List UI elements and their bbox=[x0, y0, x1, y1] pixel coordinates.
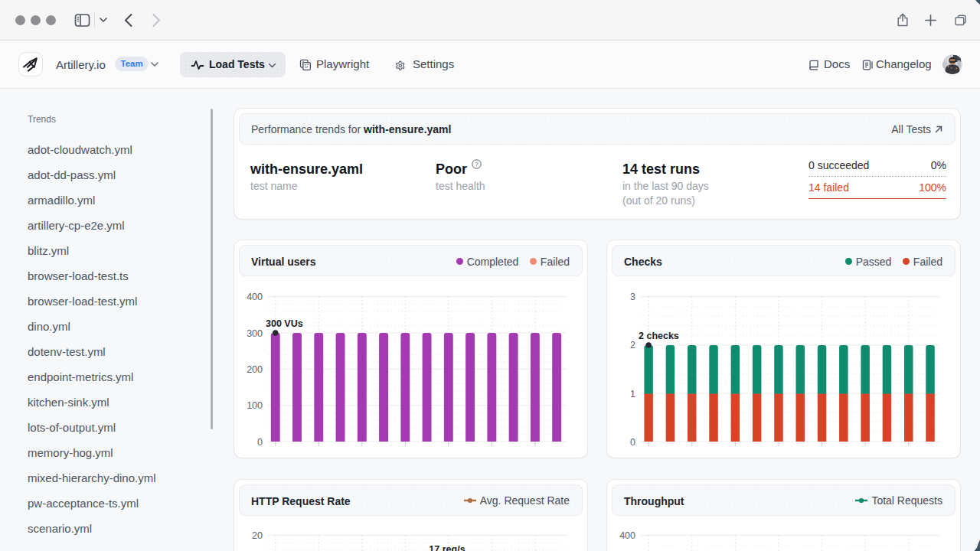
svg-text:2 checks: 2 checks bbox=[639, 331, 679, 341]
svg-text:17 req/s: 17 req/s bbox=[429, 543, 465, 551]
svg-text:400: 400 bbox=[247, 292, 263, 302]
svg-text:100: 100 bbox=[247, 400, 263, 411]
svg-text:0: 0 bbox=[630, 437, 635, 448]
svg-text:200: 200 bbox=[247, 364, 263, 375]
svg-text:?: ? bbox=[475, 161, 479, 168]
svg-text:300: 300 bbox=[247, 328, 263, 339]
svg-text:1: 1 bbox=[630, 389, 635, 399]
svg-text:2: 2 bbox=[630, 340, 635, 350]
svg-text:3: 3 bbox=[630, 292, 635, 302]
svg-text:0: 0 bbox=[257, 437, 263, 448]
svg-text:400: 400 bbox=[619, 530, 635, 541]
svg-text:300 VUs: 300 VUs bbox=[266, 318, 303, 329]
svg-text:20: 20 bbox=[252, 530, 263, 541]
